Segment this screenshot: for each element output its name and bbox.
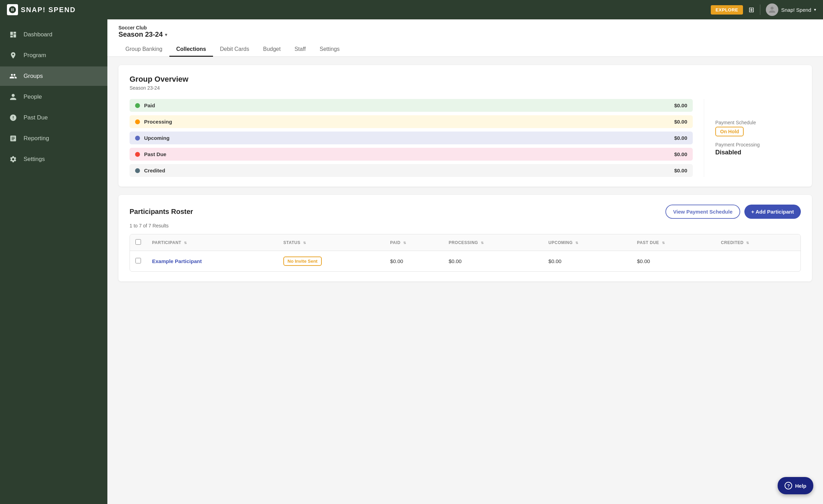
upcoming-sort-icon: ⇅ [575, 241, 578, 245]
help-button[interactable]: ? Help [778, 477, 813, 494]
roster-title: Participants Roster [130, 208, 193, 216]
processing-sort-icon: ⇅ [481, 241, 484, 245]
sidebar-item-dashboard[interactable]: Dashboard [0, 25, 107, 44]
help-label: Help [795, 483, 806, 489]
org-name: Soccer Club [118, 25, 812, 30]
people-icon [8, 92, 18, 102]
overview-body: Paid $0.00 Processing $0.00 Upcoming $0.… [130, 99, 801, 177]
on-hold-badge: On Hold [715, 127, 744, 136]
credited-value: $0.00 [674, 168, 687, 173]
add-participant-button[interactable]: + Add Participant [744, 205, 801, 219]
credited-label: Credited [144, 168, 670, 173]
logo-area: SNAP! SPEND [7, 4, 76, 15]
roster-header: Participants Roster View Payment Schedul… [130, 205, 801, 219]
processing-dot [135, 119, 140, 124]
col-paid[interactable]: PAID ⇅ [384, 234, 443, 251]
tab-staff[interactable]: Staff [287, 43, 313, 57]
groups-icon [8, 71, 18, 81]
settings-icon [8, 154, 18, 164]
processing-value: $0.00 [674, 119, 687, 125]
nav-divider [760, 4, 760, 15]
paid-value: $0.00 [674, 102, 687, 108]
tab-settings[interactable]: Settings [313, 43, 347, 57]
sidebar-item-label: Groups [24, 73, 43, 80]
col-processing[interactable]: PROCESSING ⇅ [443, 234, 543, 251]
roster-table-wrap: PARTICIPANT ⇅ STATUS ⇅ PAID ⇅ PROCESSING… [130, 234, 801, 272]
table-header-row: PARTICIPANT ⇅ STATUS ⇅ PAID ⇅ PROCESSING… [130, 234, 800, 251]
participant-cell: Example Participant [147, 251, 278, 272]
past-due-sort-icon: ⇅ [662, 241, 665, 245]
past-due-icon [8, 113, 18, 123]
tab-debit-cards[interactable]: Debit Cards [213, 43, 256, 57]
processing-cell: $0.00 [443, 251, 543, 272]
upcoming-label: Upcoming [144, 135, 670, 141]
status-cell: No Invite Sent [278, 251, 384, 272]
select-all-header [130, 234, 147, 251]
credited-cell [715, 251, 800, 272]
group-overview-title: Group Overview [130, 75, 801, 84]
stat-paid: Paid $0.00 [130, 99, 693, 112]
stat-processing: Processing $0.00 [130, 115, 693, 128]
content-area: Group Overview Season 23-24 Paid $0.00 P… [107, 57, 823, 298]
sidebar-item-label: Past Due [24, 114, 48, 121]
select-all-checkbox[interactable] [135, 239, 141, 245]
roster-table: PARTICIPANT ⇅ STATUS ⇅ PAID ⇅ PROCESSING… [130, 234, 800, 271]
status-sort-icon: ⇅ [303, 241, 306, 245]
sidebar-item-program[interactable]: Program [0, 46, 107, 65]
program-icon [8, 51, 18, 60]
grid-icon[interactable]: ⊞ [749, 6, 754, 14]
credited-dot [135, 168, 140, 173]
col-status[interactable]: STATUS ⇅ [278, 234, 384, 251]
user-area[interactable]: Snap! Spend ▾ [766, 3, 816, 16]
top-nav-right: EXPLORE ⊞ Snap! Spend ▾ [711, 3, 816, 16]
view-schedule-button[interactable]: View Payment Schedule [665, 205, 740, 219]
col-past-due[interactable]: PAST DUE ⇅ [631, 234, 715, 251]
payment-schedule-label: Payment Schedule [715, 120, 801, 125]
roster-card: Participants Roster View Payment Schedul… [118, 195, 812, 281]
sidebar-item-groups[interactable]: Groups [0, 66, 107, 86]
sidebar-item-past-due[interactable]: Past Due [0, 108, 107, 127]
page-header: Soccer Club Season 23-24 ▾ Group Banking… [107, 19, 823, 57]
tab-group-banking[interactable]: Group Banking [118, 43, 169, 57]
sidebar-item-people[interactable]: People [0, 87, 107, 107]
dashboard-icon [8, 30, 18, 39]
avatar [766, 3, 778, 16]
page-tabs: Group Banking Collections Debit Cards Bu… [118, 43, 812, 56]
payment-processing-value: Disabled [715, 149, 801, 156]
col-participant[interactable]: PARTICIPANT ⇅ [147, 234, 278, 251]
payment-processing-section: Payment Processing Disabled [715, 142, 801, 156]
processing-label: Processing [144, 119, 670, 125]
paid-label: Paid [144, 102, 670, 108]
top-nav: SNAP! SPEND EXPLORE ⊞ Snap! Spend ▾ [0, 0, 823, 19]
reporting-icon [8, 134, 18, 143]
group-overview-subtitle: Season 23-24 [130, 85, 801, 91]
roster-actions: View Payment Schedule + Add Participant [665, 205, 801, 219]
results-count: 1 to 7 of 7 Results [130, 223, 801, 228]
row-checkbox[interactable] [135, 258, 141, 263]
upcoming-value: $0.00 [674, 135, 687, 141]
payment-schedule-section: Payment Schedule On Hold [715, 120, 801, 136]
past-due-label: Past Due [144, 151, 670, 157]
upcoming-dot [135, 136, 140, 141]
app-body: Dashboard Program Groups People Past Due [0, 19, 823, 504]
sidebar-item-settings[interactable]: Settings [0, 150, 107, 169]
col-upcoming[interactable]: UPCOMING ⇅ [543, 234, 631, 251]
tab-budget[interactable]: Budget [256, 43, 287, 57]
logo-icon [7, 4, 18, 15]
sidebar-item-label: Dashboard [24, 31, 52, 38]
payment-processing-label: Payment Processing [715, 142, 801, 147]
stat-credited: Credited $0.00 [130, 164, 693, 177]
col-credited[interactable]: CREDITED ⇅ [715, 234, 800, 251]
stat-upcoming: Upcoming $0.00 [130, 132, 693, 144]
help-circle-icon: ? [785, 482, 792, 489]
no-invite-badge: No Invite Sent [283, 256, 322, 266]
participant-link[interactable]: Example Participant [152, 258, 202, 264]
explore-button[interactable]: EXPLORE [711, 5, 743, 15]
sidebar-item-label: Reporting [24, 135, 49, 142]
sidebar-item-reporting[interactable]: Reporting [0, 129, 107, 148]
sidebar-item-label: Program [24, 52, 46, 59]
credited-sort-icon: ⇅ [746, 241, 749, 245]
tab-collections[interactable]: Collections [169, 43, 213, 57]
table-row: Example Participant No Invite Sent $0.00… [130, 251, 800, 272]
season-dropdown-icon[interactable]: ▾ [165, 32, 167, 37]
